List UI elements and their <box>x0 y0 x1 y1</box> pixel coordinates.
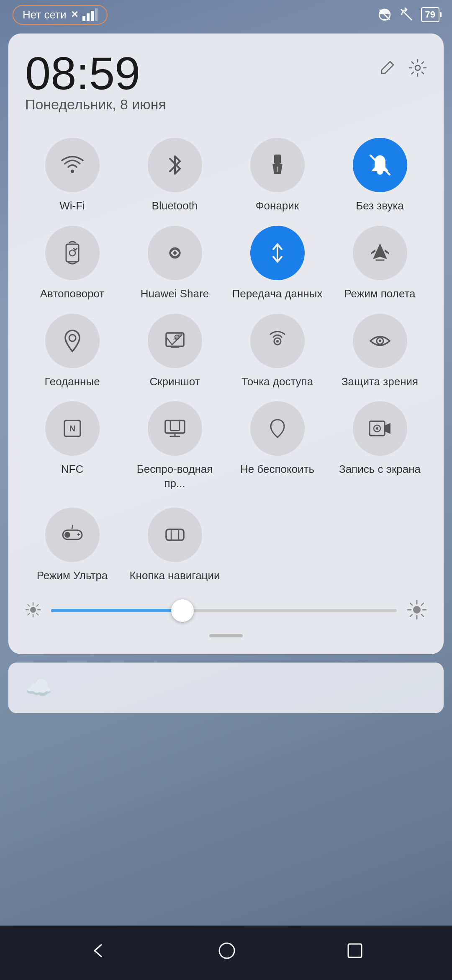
airplane-circle <box>353 226 407 280</box>
brightness-fill <box>51 609 182 612</box>
brightness-icon-low <box>25 602 41 619</box>
wireless-proj-icon <box>163 417 187 440</box>
no-alarm-icon <box>378 8 392 22</box>
toggle-huawei-share[interactable]: Huawei Share <box>128 226 222 301</box>
geodata-circle <box>45 314 100 368</box>
weather-icon: ☁️ <box>25 675 52 701</box>
notification-panel: 08:59 Понедельник, 8 июня <box>8 34 444 654</box>
toggle-ultra-mode[interactable]: + Режим Ультра <box>25 508 119 583</box>
svg-line-51 <box>37 604 39 606</box>
nav-button-icon <box>164 524 186 546</box>
svg-point-16 <box>173 251 177 255</box>
date-text: Понедельник, 8 июня <box>25 96 166 113</box>
screen-record-icon <box>368 417 392 440</box>
autorotate-icon <box>60 241 85 265</box>
silent-icon <box>368 153 392 177</box>
wifi-label: Wi-Fi <box>59 199 85 213</box>
edit-button[interactable] <box>378 59 396 81</box>
toggle-wireless-proj[interactable]: Беспро-водная пр... <box>128 401 222 491</box>
svg-point-44 <box>30 607 36 613</box>
svg-point-53 <box>413 606 421 614</box>
toggle-dnd[interactable]: Не беспокоить <box>230 401 324 491</box>
recents-icon <box>347 942 363 959</box>
toggle-wifi[interactable]: Wi-Fi <box>25 138 119 213</box>
svg-point-25 <box>276 340 279 343</box>
svg-point-62 <box>219 943 234 958</box>
toggle-screen-record[interactable]: Запись с экрана <box>333 401 427 491</box>
settings-button[interactable] <box>408 59 427 81</box>
toggle-screenshot[interactable]: Скриншот <box>128 314 222 389</box>
toggle-nav-button[interactable]: Кнопка навигации <box>128 508 222 583</box>
eye-protection-icon <box>368 329 392 353</box>
ultra-mode-icon: + <box>60 524 85 546</box>
screen-record-circle <box>353 401 407 456</box>
svg-rect-30 <box>165 420 185 433</box>
ultra-mode-label: Режим Ультра <box>37 569 108 583</box>
svg-point-23 <box>175 335 179 339</box>
airplane-label: Режим полета <box>344 287 415 301</box>
data-transfer-circle <box>250 226 305 280</box>
time-display: 08:59 <box>25 50 166 96</box>
hotspot-circle <box>250 314 305 368</box>
close-icon[interactable]: ✕ <box>71 9 78 20</box>
toggle-flashlight[interactable]: Фонарик <box>230 138 324 213</box>
svg-line-60 <box>421 603 424 605</box>
home-button[interactable] <box>209 933 244 972</box>
wireless-proj-circle <box>148 401 202 456</box>
huawei-share-icon <box>162 241 187 265</box>
svg-point-14 <box>69 250 75 256</box>
airplane-icon <box>368 241 392 265</box>
toggle-bluetooth[interactable]: Bluetooth <box>128 138 222 213</box>
huawei-share-circle <box>148 226 202 280</box>
status-bar: Нет сети ✕ 79 <box>0 0 452 29</box>
toggle-autorotate[interactable]: Автоповорот <box>25 226 119 301</box>
svg-point-27 <box>379 340 381 342</box>
edit-icon <box>378 59 396 77</box>
nfc-icon: N <box>61 417 84 440</box>
brightness-thumb[interactable] <box>171 599 194 622</box>
toggle-nfc[interactable]: N NFC <box>25 401 119 491</box>
settings-icon <box>408 59 427 77</box>
wifi-circle <box>45 138 100 192</box>
toggle-eye-protection[interactable]: Защита зрения <box>333 314 427 389</box>
nav-bar <box>0 926 452 980</box>
toggle-silent[interactable]: Без звука <box>333 138 427 213</box>
wifi-icon <box>60 153 85 177</box>
no-rotate-icon <box>399 8 413 22</box>
svg-point-9 <box>71 170 74 173</box>
brightness-slider[interactable] <box>51 609 397 612</box>
autorotate-label: Автоповорот <box>40 287 104 301</box>
toggles-bottom-row: + Режим Ультра Кнопка навигации <box>25 508 427 583</box>
toggle-data-transfer[interactable]: Передача данных <box>230 226 324 301</box>
panel-bottom-handle <box>25 630 427 637</box>
svg-text:+: + <box>77 531 80 538</box>
flashlight-circle <box>250 138 305 192</box>
eye-protection-circle <box>353 314 407 368</box>
huawei-share-label: Huawei Share <box>141 287 209 301</box>
data-transfer-label: Передача данных <box>232 287 323 301</box>
back-button[interactable] <box>80 933 116 972</box>
svg-line-7 <box>401 9 412 20</box>
toggle-airplane[interactable]: Режим полета <box>333 226 427 301</box>
flashlight-icon <box>268 153 287 177</box>
handle-bar[interactable] <box>209 634 243 637</box>
svg-rect-3 <box>95 8 98 21</box>
brightness-icon-high <box>407 600 427 622</box>
toggle-geodata[interactable]: Геоданные <box>25 314 119 389</box>
svg-rect-1 <box>87 13 90 21</box>
weather-card[interactable]: ☁️ <box>8 663 444 713</box>
geodata-icon <box>61 329 84 353</box>
svg-rect-10 <box>274 155 281 164</box>
svg-line-58 <box>410 603 412 605</box>
grid-empty-2 <box>333 508 427 583</box>
panel-header: 08:59 Понедельник, 8 июня <box>25 50 427 129</box>
screen-record-label: Запись с экрана <box>339 462 421 477</box>
recents-button[interactable] <box>338 934 372 972</box>
svg-rect-2 <box>91 11 94 21</box>
screenshot-label: Скриншот <box>149 375 200 389</box>
status-bar-left: Нет сети ✕ <box>13 5 108 25</box>
battery-level: 79 <box>421 7 439 22</box>
toggle-hotspot[interactable]: Точка доступа <box>230 314 324 389</box>
nfc-circle: N <box>45 401 100 456</box>
wireless-proj-label: Беспро-водная пр... <box>128 462 222 491</box>
